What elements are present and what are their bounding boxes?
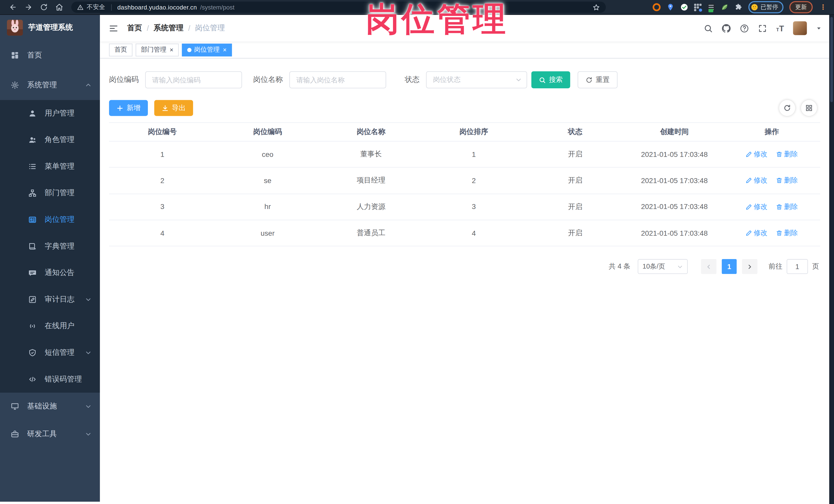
omnibox-divider [111, 4, 111, 10]
address-bar[interactable]: 不安全 dashboard.yudao.iocoder.cn/system/po… [71, 2, 606, 13]
browser-update-button[interactable]: 更新 [789, 1, 813, 13]
goto-label: 前往 [769, 262, 783, 271]
close-icon[interactable]: × [223, 46, 227, 53]
sidebar-item-users[interactable]: 用户管理 [0, 100, 100, 127]
current-page-button[interactable]: 1 [722, 259, 737, 274]
app-logo[interactable]: 芋道管理系统 [0, 15, 100, 40]
prev-page-button[interactable] [701, 259, 717, 274]
online-signal-icon [28, 322, 37, 330]
reload-icon[interactable] [40, 3, 48, 11]
cell-post-id: 2 [109, 177, 216, 184]
delete-link[interactable]: 删除 [776, 228, 798, 238]
forward-icon[interactable] [24, 3, 32, 11]
fullscreen-icon[interactable] [758, 24, 767, 32]
cell-status: 开启 [525, 150, 625, 159]
edit-pencil-icon [746, 151, 752, 158]
breadcrumb-system[interactable]: 系统管理 [154, 23, 183, 33]
extension-check-icon[interactable] [680, 3, 688, 11]
app-window: 芋道管理系统 首页 系统管理 用户管理 角色管理 [0, 15, 829, 504]
status-select[interactable]: 岗位状态 [426, 71, 527, 88]
tab-label: 部门管理 [141, 45, 166, 54]
window-scrollbar[interactable] [829, 15, 834, 504]
col-header-post-id: 岗位编号 [109, 127, 216, 137]
user-avatar[interactable] [793, 21, 807, 35]
extensions-puzzle-icon[interactable] [735, 3, 743, 11]
search-icon[interactable] [704, 24, 713, 32]
back-icon[interactable] [9, 3, 17, 11]
close-icon[interactable]: × [170, 46, 174, 53]
url-host[interactable]: dashboard.yudao.iocoder.cn [117, 4, 197, 10]
edit-link[interactable]: 修改 [746, 228, 768, 238]
right-toolbar [779, 100, 820, 116]
security-label[interactable]: 不安全 [87, 3, 105, 11]
edit-pencil-icon [746, 204, 752, 210]
delete-link[interactable]: 删除 [776, 150, 798, 159]
tab-home[interactable]: 首页 [109, 43, 132, 56]
breadcrumb-home[interactable]: 首页 [127, 23, 142, 33]
edit-label: 修改 [754, 150, 768, 159]
profile-status-label: 已暂停 [761, 3, 778, 11]
chevron-down-icon [85, 349, 92, 356]
announcement-icon [28, 268, 37, 277]
url-path[interactable]: /system/post [200, 4, 235, 10]
font-size-icon[interactable]: TT [776, 24, 784, 32]
search-button[interactable]: 搜索 [531, 71, 570, 88]
posts-table: 岗位编号 岗位编码 岗位名称 岗位排序 状态 创建时间 操作 1 ceo 董事长… [109, 123, 820, 246]
table-row: 2 se 项目经理 2 开启 2021-01-05 17:03:48 修改 删除 [109, 168, 820, 194]
extension-gtm-icon[interactable] [707, 3, 715, 11]
extension-orange-icon[interactable] [653, 3, 660, 11]
tab-posts[interactable]: 岗位管理 × [182, 43, 232, 56]
add-button[interactable]: 新增 [109, 100, 148, 116]
extension-grid-icon[interactable] [694, 3, 702, 11]
sidebar-item-dictionary[interactable]: 字典管理 [0, 233, 100, 260]
table-header-row: 岗位编号 岗位编码 岗位名称 岗位排序 状态 创建时间 操作 [109, 123, 820, 142]
help-icon[interactable] [740, 24, 749, 32]
browser-menu-icon[interactable]: ⋮ [820, 4, 827, 11]
gear-icon [10, 81, 19, 89]
column-settings-button[interactable] [801, 100, 817, 116]
refresh-icon [784, 104, 791, 112]
page-size-select[interactable]: 10条/页 [638, 259, 688, 274]
sidebar-item-online-users[interactable]: 在线用户 [0, 313, 100, 339]
sidebar-item-infrastructure[interactable]: 基础设施 [0, 393, 100, 420]
reset-button[interactable]: 重置 [577, 71, 617, 88]
sidebar-item-departments[interactable]: 部门管理 [0, 180, 100, 206]
sidebar-item-audit-log[interactable]: 审计日志 [0, 286, 100, 313]
collapse-sidebar-icon[interactable] [109, 24, 118, 32]
github-icon[interactable] [722, 24, 731, 32]
caret-down-icon[interactable] [816, 25, 822, 31]
chevron-right-icon [747, 264, 753, 269]
sidebar-item-posts[interactable]: 岗位管理 [0, 206, 100, 233]
home-icon[interactable] [55, 3, 63, 11]
delete-link[interactable]: 删除 [776, 202, 798, 212]
edit-link[interactable]: 修改 [746, 150, 768, 159]
post-code-input[interactable] [145, 71, 242, 88]
sidebar-item-sms[interactable]: 短信管理 [0, 339, 100, 366]
sidebar-item-system[interactable]: 系统管理 [0, 70, 100, 100]
sidebar-item-menus[interactable]: 菜单管理 [0, 153, 100, 180]
col-header-post-code: 岗位编码 [216, 127, 319, 137]
sidebar-item-home[interactable]: 首页 [0, 40, 100, 70]
extension-leaf-icon[interactable] [721, 3, 729, 11]
col-header-actions: 操作 [723, 127, 820, 137]
refresh-icon [586, 76, 592, 83]
edit-link[interactable]: 修改 [746, 202, 768, 212]
delete-link[interactable]: 删除 [776, 176, 798, 185]
scrollbar-thumb[interactable] [830, 17, 833, 102]
extension-pin-icon[interactable] [666, 3, 674, 11]
post-name-input[interactable] [289, 71, 386, 88]
next-page-button[interactable] [742, 259, 758, 274]
bookmark-star-icon[interactable] [592, 3, 600, 11]
sidebar-item-roles[interactable]: 角色管理 [0, 127, 100, 153]
sidebar-item-error-codes[interactable]: 错误码管理 [0, 366, 100, 393]
sidebar-item-dev-tools[interactable]: 研发工具 [0, 420, 100, 448]
browser-profile-chip[interactable]: 已暂停 [748, 1, 784, 13]
sidebar-bottom-group: 基础设施 研发工具 [0, 393, 100, 448]
export-button[interactable]: 导出 [154, 100, 193, 116]
trash-icon [776, 151, 783, 158]
edit-link[interactable]: 修改 [746, 176, 768, 185]
tab-departments[interactable]: 部门管理 × [135, 43, 179, 56]
goto-page-input[interactable] [787, 259, 808, 274]
sidebar-item-notices[interactable]: 通知公告 [0, 260, 100, 286]
refresh-table-button[interactable] [779, 100, 795, 116]
